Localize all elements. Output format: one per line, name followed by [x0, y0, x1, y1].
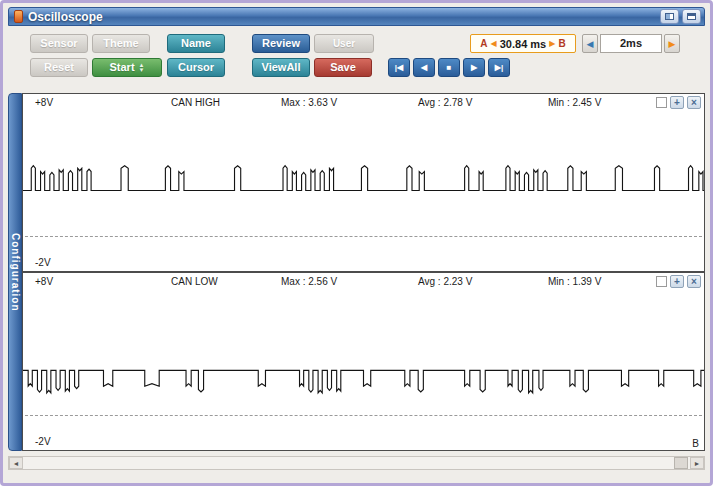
play-button[interactable]: ▶	[463, 58, 485, 77]
viewall-button[interactable]: ViewAll	[252, 58, 310, 77]
spinner-down-icon: ▼	[139, 68, 145, 73]
window-title: Oscilloscope	[28, 10, 657, 24]
sensor-button[interactable]: Sensor	[30, 34, 88, 53]
cursor-b-marker: B	[692, 438, 699, 449]
max-value: Max : 3.63 V	[281, 97, 337, 108]
channel-checkbox[interactable]	[656, 276, 667, 287]
panel-controls: + ×	[656, 275, 701, 288]
panes-layout-button[interactable]	[660, 9, 679, 24]
zero-volt-gridline	[25, 236, 702, 237]
panes-icon	[665, 13, 674, 20]
scrollbar-thumb[interactable]	[674, 457, 688, 469]
cursor-b-label: B	[558, 38, 565, 49]
stop-button[interactable]: ■	[438, 58, 460, 77]
zoom-plus-button[interactable]: +	[670, 275, 684, 288]
user-setting-button[interactable]: User Setting	[314, 34, 374, 53]
window-restore-icon	[687, 13, 696, 20]
avg-value: Avg : 2.78 V	[418, 97, 472, 108]
scale-bottom-label: -2V	[35, 436, 51, 447]
name-button[interactable]: Name	[167, 34, 225, 53]
close-channel-button[interactable]: ×	[687, 96, 701, 109]
timebase-left-arrow-icon: ◀	[587, 39, 594, 49]
min-value: Min : 1.39 V	[548, 276, 601, 287]
min-value: Min : 2.45 V	[548, 97, 601, 108]
timebase-right-arrow-icon: ▶	[669, 39, 676, 49]
skip-to-start-button[interactable]: |◀	[388, 58, 410, 77]
channel-panel-can-high: +8V CAN HIGH Max : 3.63 V Avg : 2.78 V M…	[22, 93, 705, 272]
cursor-button[interactable]: Cursor	[167, 58, 225, 77]
can-low-waveform	[23, 273, 704, 450]
cursor-ab-time-display: A ◀ 30.84 ms ▶ B	[470, 34, 576, 53]
channel-panel-can-low: +8V CAN LOW Max : 2.56 V Avg : 2.23 V Mi…	[22, 272, 705, 451]
avg-value: Avg : 2.23 V	[418, 276, 472, 287]
scroll-left-button[interactable]: ◄	[9, 457, 23, 469]
timebase-decrease-button[interactable]: ◀	[582, 34, 598, 53]
max-value: Max : 2.56 V	[281, 276, 337, 287]
zoom-plus-button[interactable]: +	[670, 96, 684, 109]
scale-top-label: +8V	[35, 276, 53, 287]
close-channel-button[interactable]: ×	[687, 275, 701, 288]
can-high-waveform	[23, 94, 704, 271]
window-restore-button[interactable]	[682, 9, 701, 24]
skip-to-end-button[interactable]: ▶|	[488, 58, 510, 77]
channel-name: CAN HIGH	[171, 97, 220, 108]
review-button[interactable]: Review	[252, 34, 310, 53]
spinner-updown-icon: ▲ ▼	[139, 63, 145, 73]
channel-name: CAN LOW	[171, 276, 218, 287]
scroll-right-button[interactable]: ►	[690, 457, 704, 469]
scale-top-label: +8V	[35, 97, 53, 108]
skip-to-end-icon: ▶|	[495, 63, 503, 72]
step-back-button[interactable]: ◀	[413, 58, 435, 77]
configuration-tab[interactable]: Configuration	[8, 93, 22, 451]
play-icon: ▶	[471, 63, 477, 72]
ab-time-value: 30.84 ms	[500, 38, 546, 50]
cursor-a-label: A	[480, 38, 487, 49]
step-back-icon: ◀	[421, 63, 427, 72]
titlebar: Oscilloscope	[8, 7, 705, 26]
timebase-value[interactable]: 2ms	[600, 34, 662, 53]
reset-button[interactable]: Reset	[30, 58, 88, 77]
cursor-b-arrow-icon: ▶	[549, 39, 555, 48]
theme-button[interactable]: Theme	[92, 34, 150, 53]
horizontal-scrollbar[interactable]: ◄ ►	[8, 456, 705, 470]
timebase-increase-button[interactable]: ▶	[664, 34, 680, 53]
scale-bottom-label: -2V	[35, 257, 51, 268]
start-button-label: Start	[109, 59, 134, 76]
configuration-tab-label: Configuration	[10, 233, 21, 312]
stop-icon: ■	[447, 63, 452, 72]
start-button[interactable]: Start ▲ ▼	[92, 58, 162, 77]
oscilloscope-app-icon	[14, 10, 23, 23]
panel-controls: + ×	[656, 96, 701, 109]
channel-checkbox[interactable]	[656, 97, 667, 108]
cursor-a-arrow-icon: ◀	[491, 39, 497, 48]
oscilloscope-window: Oscilloscope Sensor Theme Name Review Us…	[0, 0, 713, 486]
zero-volt-gridline	[25, 415, 702, 416]
skip-to-start-icon: |◀	[395, 63, 403, 72]
save-button[interactable]: Save	[314, 58, 372, 77]
